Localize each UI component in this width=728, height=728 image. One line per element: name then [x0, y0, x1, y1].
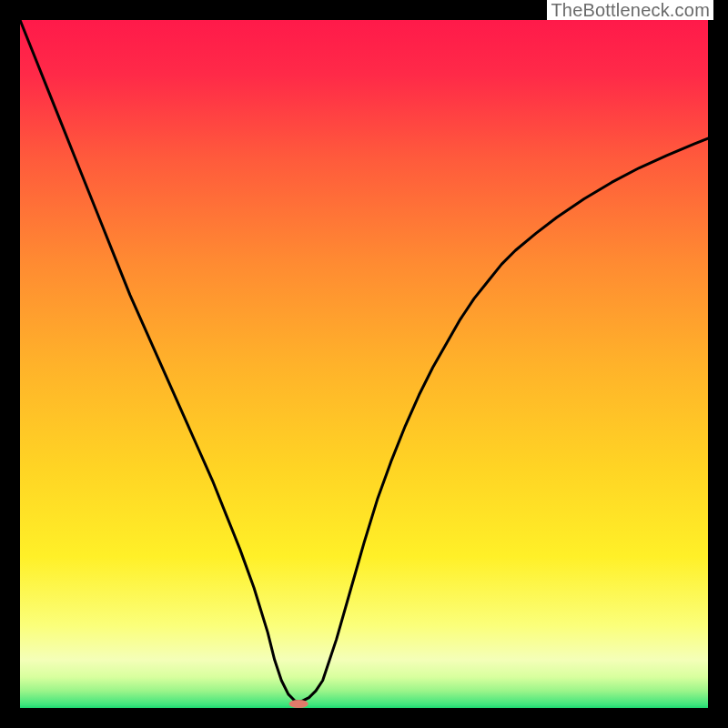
optimum-marker — [289, 700, 308, 708]
chart-frame: TheBottleneck.com — [0, 0, 728, 728]
chart-plot — [20, 20, 708, 708]
attribution-label: TheBottleneck.com — [547, 0, 713, 20]
gradient-background — [20, 20, 708, 708]
